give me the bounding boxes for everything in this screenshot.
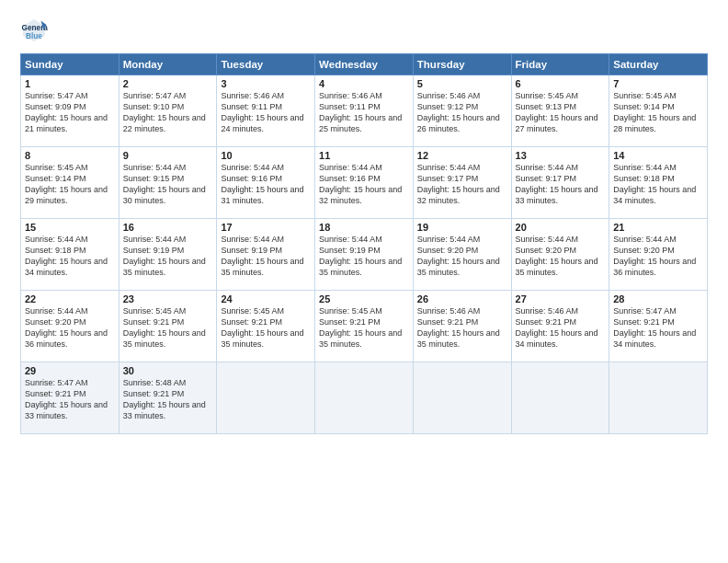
day-number: 1	[25, 78, 115, 89]
day-number: 9	[123, 150, 213, 161]
day-number: 14	[613, 150, 703, 161]
day-cell: 24 Sunrise: 5:45 AM Sunset: 9:21 PM Dayl…	[217, 291, 315, 362]
day-info: Sunrise: 5:46 AM Sunset: 9:11 PM Dayligh…	[319, 90, 409, 135]
day-cell: 7 Sunrise: 5:45 AM Sunset: 9:14 PM Dayli…	[609, 75, 708, 147]
day-info: Sunrise: 5:47 AM Sunset: 9:21 PM Dayligh…	[613, 305, 703, 350]
day-number: 12	[417, 150, 507, 161]
day-number: 16	[123, 222, 213, 233]
calendar-body: 1 Sunrise: 5:47 AM Sunset: 9:09 PM Dayli…	[21, 75, 708, 434]
week-row-0: 1 Sunrise: 5:47 AM Sunset: 9:09 PM Dayli…	[21, 75, 708, 147]
day-info: Sunrise: 5:44 AM Sunset: 9:20 PM Dayligh…	[516, 234, 606, 279]
day-cell: 12 Sunrise: 5:44 AM Sunset: 9:17 PM Dayl…	[413, 147, 511, 219]
col-header-saturday: Saturday	[609, 54, 708, 75]
day-number: 10	[221, 150, 311, 161]
day-cell: 13 Sunrise: 5:44 AM Sunset: 9:17 PM Dayl…	[511, 147, 609, 219]
day-info: Sunrise: 5:44 AM Sunset: 9:18 PM Dayligh…	[25, 234, 115, 279]
day-cell: 23 Sunrise: 5:45 AM Sunset: 9:21 PM Dayl…	[119, 291, 217, 362]
day-info: Sunrise: 5:46 AM Sunset: 9:12 PM Dayligh…	[417, 90, 507, 135]
day-number: 7	[613, 78, 703, 89]
logo-icon: General Blue	[20, 17, 48, 44]
day-cell	[609, 362, 708, 434]
day-cell: 8 Sunrise: 5:45 AM Sunset: 9:14 PM Dayli…	[21, 147, 119, 219]
day-cell: 9 Sunrise: 5:44 AM Sunset: 9:15 PM Dayli…	[119, 147, 217, 219]
day-number: 20	[516, 222, 606, 233]
day-cell	[413, 362, 511, 434]
week-row-3: 22 Sunrise: 5:44 AM Sunset: 9:20 PM Dayl…	[21, 291, 708, 362]
day-cell: 16 Sunrise: 5:44 AM Sunset: 9:19 PM Dayl…	[119, 219, 217, 291]
day-number: 27	[516, 293, 606, 304]
header: General Blue	[20, 17, 708, 44]
day-cell: 20 Sunrise: 5:44 AM Sunset: 9:20 PM Dayl…	[511, 219, 609, 291]
day-info: Sunrise: 5:47 AM Sunset: 9:09 PM Dayligh…	[25, 90, 115, 135]
calendar: SundayMondayTuesdayWednesdayThursdayFrid…	[20, 53, 708, 434]
day-cell: 19 Sunrise: 5:44 AM Sunset: 9:20 PM Dayl…	[413, 219, 511, 291]
day-number: 6	[516, 78, 606, 89]
day-info: Sunrise: 5:44 AM Sunset: 9:20 PM Dayligh…	[25, 305, 115, 350]
day-cell	[217, 362, 315, 434]
day-cell: 3 Sunrise: 5:46 AM Sunset: 9:11 PM Dayli…	[217, 75, 315, 147]
day-info: Sunrise: 5:47 AM Sunset: 9:21 PM Dayligh…	[25, 377, 115, 422]
day-number: 5	[417, 78, 507, 89]
day-number: 19	[417, 222, 507, 233]
day-cell: 18 Sunrise: 5:44 AM Sunset: 9:19 PM Dayl…	[315, 219, 414, 291]
day-number: 23	[123, 293, 213, 304]
day-cell: 1 Sunrise: 5:47 AM Sunset: 9:09 PM Dayli…	[21, 75, 119, 147]
day-cell: 4 Sunrise: 5:46 AM Sunset: 9:11 PM Dayli…	[315, 75, 414, 147]
day-cell: 26 Sunrise: 5:46 AM Sunset: 9:21 PM Dayl…	[413, 291, 511, 362]
day-info: Sunrise: 5:44 AM Sunset: 9:15 PM Dayligh…	[123, 162, 213, 207]
day-number: 4	[319, 78, 409, 89]
svg-text:Blue: Blue	[26, 32, 42, 40]
week-row-1: 8 Sunrise: 5:45 AM Sunset: 9:14 PM Dayli…	[21, 147, 708, 219]
day-cell: 28 Sunrise: 5:47 AM Sunset: 9:21 PM Dayl…	[609, 291, 708, 362]
day-number: 2	[123, 78, 213, 89]
day-cell: 25 Sunrise: 5:45 AM Sunset: 9:21 PM Dayl…	[315, 291, 414, 362]
day-info: Sunrise: 5:44 AM Sunset: 9:17 PM Dayligh…	[516, 162, 606, 207]
day-info: Sunrise: 5:44 AM Sunset: 9:19 PM Dayligh…	[123, 234, 213, 279]
day-cell: 5 Sunrise: 5:46 AM Sunset: 9:12 PM Dayli…	[413, 75, 511, 147]
day-cell: 30 Sunrise: 5:48 AM Sunset: 9:21 PM Dayl…	[119, 362, 217, 434]
day-number: 17	[221, 222, 311, 233]
day-number: 29	[25, 365, 115, 376]
col-header-wednesday: Wednesday	[315, 54, 414, 75]
day-cell: 11 Sunrise: 5:44 AM Sunset: 9:16 PM Dayl…	[315, 147, 414, 219]
day-number: 3	[221, 78, 311, 89]
calendar-header: SundayMondayTuesdayWednesdayThursdayFrid…	[21, 54, 708, 75]
day-info: Sunrise: 5:46 AM Sunset: 9:11 PM Dayligh…	[221, 90, 311, 135]
day-number: 11	[319, 150, 409, 161]
day-number: 21	[613, 222, 703, 233]
day-info: Sunrise: 5:44 AM Sunset: 9:20 PM Dayligh…	[417, 234, 507, 279]
logo: General Blue	[20, 17, 51, 44]
day-info: Sunrise: 5:47 AM Sunset: 9:10 PM Dayligh…	[123, 90, 213, 135]
day-number: 25	[319, 293, 409, 304]
day-number: 30	[123, 365, 213, 376]
day-cell	[511, 362, 609, 434]
day-cell: 2 Sunrise: 5:47 AM Sunset: 9:10 PM Dayli…	[119, 75, 217, 147]
day-number: 15	[25, 222, 115, 233]
day-info: Sunrise: 5:45 AM Sunset: 9:21 PM Dayligh…	[319, 305, 409, 350]
day-cell: 21 Sunrise: 5:44 AM Sunset: 9:20 PM Dayl…	[609, 219, 708, 291]
day-info: Sunrise: 5:44 AM Sunset: 9:19 PM Dayligh…	[221, 234, 311, 279]
page: General Blue SundayMondayTuesdayWednesda…	[0, 0, 728, 563]
col-header-sunday: Sunday	[21, 54, 119, 75]
day-number: 13	[516, 150, 606, 161]
day-info: Sunrise: 5:44 AM Sunset: 9:17 PM Dayligh…	[417, 162, 507, 207]
day-number: 18	[319, 222, 409, 233]
day-number: 28	[613, 293, 703, 304]
day-info: Sunrise: 5:46 AM Sunset: 9:21 PM Dayligh…	[417, 305, 507, 350]
day-cell	[315, 362, 414, 434]
col-header-friday: Friday	[511, 54, 609, 75]
day-info: Sunrise: 5:44 AM Sunset: 9:20 PM Dayligh…	[613, 234, 703, 279]
day-cell: 29 Sunrise: 5:47 AM Sunset: 9:21 PM Dayl…	[21, 362, 119, 434]
day-cell: 10 Sunrise: 5:44 AM Sunset: 9:16 PM Dayl…	[217, 147, 315, 219]
day-info: Sunrise: 5:48 AM Sunset: 9:21 PM Dayligh…	[123, 377, 213, 422]
day-cell: 22 Sunrise: 5:44 AM Sunset: 9:20 PM Dayl…	[21, 291, 119, 362]
day-info: Sunrise: 5:45 AM Sunset: 9:14 PM Dayligh…	[613, 90, 703, 135]
col-header-thursday: Thursday	[413, 54, 511, 75]
col-header-tuesday: Tuesday	[217, 54, 315, 75]
day-info: Sunrise: 5:44 AM Sunset: 9:19 PM Dayligh…	[319, 234, 409, 279]
day-number: 22	[25, 293, 115, 304]
col-header-monday: Monday	[119, 54, 217, 75]
day-info: Sunrise: 5:46 AM Sunset: 9:21 PM Dayligh…	[516, 305, 606, 350]
day-cell: 27 Sunrise: 5:46 AM Sunset: 9:21 PM Dayl…	[511, 291, 609, 362]
day-info: Sunrise: 5:44 AM Sunset: 9:18 PM Dayligh…	[613, 162, 703, 207]
